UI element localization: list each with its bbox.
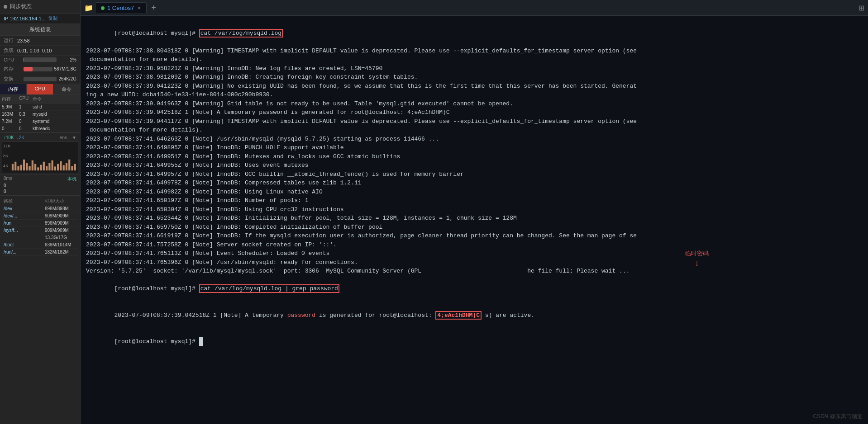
term-line-11: documentation for more details). [86,126,863,135]
section-title: 系统信息 [0,24,80,36]
term-prompt-3: [root@localhost mysql]# [114,338,199,345]
term-line-21: 2023-07-09T08:37:41.652344Z 0 [Note] Inn… [86,214,863,223]
network-row: ↑10K ↓2K ens... ▼ [4,135,76,141]
svg-rect-11 [34,164,36,171]
svg-rect-9 [29,166,30,170]
disk-path-6: /boot [4,242,45,247]
annotation-arrow-icon: ↓ [695,258,700,270]
ip-value: IP 192.168.154.1... [4,16,46,21]
tab-grid-icon[interactable]: ⊞ [858,4,864,12]
term-line-4: 2023-07-09T08:37:38.958221Z 0 [Warning] … [86,64,863,73]
ip-row: IP 192.168.154.1... 复制 [0,14,80,24]
svg-rect-25 [74,164,76,171]
term-line-10: 2023-07-09T08:37:39.044117Z 0 [Warning] … [86,117,863,126]
annotation-group: 临时密码 ↓ [685,249,709,270]
svg-rect-15 [46,166,48,170]
main-panel: 📁 1 Centos7 × + ⊞ [root@localhost mysql]… [81,0,868,424]
sidebar: 同步状态 IP 192.168.154.1... 复制 系统信息 运行 23:5… [0,0,81,424]
cpu-bar-row: CPU 2% [0,56,80,64]
net-up-icon: ↑10K [4,135,14,140]
tab-command[interactable]: 命令 [53,84,80,94]
disk-header: 路径 可用/大小 [2,198,78,205]
term-line-8: 2023-07-09T08:37:39.041963Z 0 [Warning] … [86,99,863,108]
proc-name-1: sshd [33,104,78,109]
svg-rect-14 [43,162,45,170]
copy-button[interactable]: 复制 [48,15,57,22]
disk-col-avail-header: 可用/大小 [45,198,76,204]
net-interface-label: ens... ▼ [60,135,76,140]
disk-avail-4: 909M/909M [45,228,76,233]
latency-row-1: 0 [4,183,76,188]
tab-cpu[interactable]: CPU [27,84,53,94]
disk-row-7: /run/... 182M/182M [2,249,78,256]
mem-progress-bar [24,67,52,71]
tab-memory[interactable]: 内存 [0,84,27,94]
disk-avail-7: 182M/182M [45,250,76,254]
swap-value: 264K/2G [58,76,76,81]
terminal-tab-1[interactable]: 1 Centos7 × [95,2,147,13]
cpu-label: CPU [4,57,22,62]
disk-avail-5: 13.3G/17G [45,235,76,240]
terminal-output[interactable]: [root@localhost mysql]# cat /var/log/mys… [81,16,868,358]
proc-cpu-2: 0.3 [19,112,33,117]
svg-rect-23 [68,160,70,170]
cpu-percent: 2% [58,57,76,62]
term-line-12: 2023-07-09T08:37:41.646263Z 0 [Note] /us… [86,135,863,144]
uptime-value: 23:58 [17,38,30,43]
term-line-30: [root@localhost mysql]# [86,329,863,355]
password-word-highlight: password [287,312,315,319]
svg-rect-21 [63,165,65,170]
annotation-area: 2023-07-09T08:37:41.765396Z 0 [Note] /us… [86,258,863,276]
disk-row-5: 13.3G/17G [2,234,78,241]
tab-close-button[interactable]: × [138,5,141,11]
term-prompt-2: [root@localhost mysql]# [114,285,199,292]
swap-label: 交换 [4,75,22,82]
latency-row-2: 0 [4,188,76,194]
disk-row-2: /dev/... 909M/909M [2,212,78,220]
network-section: ↑10K ↓2K ens... ▼ [0,132,80,141]
term-line-23: 2023-07-09T08:37:41.661919Z 0 [Note] Inn… [86,231,863,240]
proc-cpu-3: 0 [19,119,33,124]
svg-rect-19 [57,164,59,171]
svg-rect-20 [60,161,62,170]
swap-bar-row: 交换 264K/2G [0,74,80,84]
load-row: 负载 0.01, 0.03, 0.10 [0,46,80,56]
disk-avail-2: 909M/909M [45,213,76,218]
latency-section: 0ms 本机 0 0 [0,174,80,195]
process-row: 5.9M 1 sshd [0,104,80,111]
disk-path-2: /dev/... [4,213,45,218]
latency-header-row: 0ms 本机 [4,175,76,183]
svg-rect-16 [48,163,50,171]
disk-path-4: /sys/f... [4,228,45,233]
tab-dot [101,6,105,10]
disk-path-1: /dev [4,206,45,211]
folder-icon: 📁 [84,4,93,12]
term-line-25: 2023-07-09T08:37:41.765113Z 0 [Note] Eve… [86,249,863,258]
svg-rect-3 [12,164,14,171]
term-line-18: 2023-07-09T08:37:41.649982Z 0 [Note] Inn… [86,188,863,197]
term-line-13: 2023-07-09T08:37:41.649895Z 0 [Note] Inn… [86,143,863,152]
load-value: 0.01, 0.03, 0.10 [17,48,52,53]
svg-rect-7 [23,160,25,170]
term-line-2: 2023-07-09T08:37:38.804318Z 0 [Warning] … [86,47,863,56]
proc-mem-1: 5.9M [2,104,19,109]
term-line-29: 2023-07-09T08:37:39.042518Z 1 [Note] A t… [86,302,863,329]
process-row: 7.2M 0 systemd [0,118,80,125]
proc-header-name: 命令 [33,96,78,102]
process-table: 内存 CPU 命令 5.9M 1 sshd 163M 0.3 mysqld 7.… [0,95,80,132]
disk-avail-6: 838M/1014M [45,242,76,247]
disk-row-6: /boot 838M/1014M [2,241,78,249]
process-header: 内存 CPU 命令 [0,95,80,104]
term-prompt-1: [root@localhost mysql]# [114,30,199,37]
term-line-6: 2023-07-09T08:37:39.041223Z 0 [Warning] … [86,82,863,91]
term-line-26: 2023-07-09T08:37:41.765396Z 0 [Note] /us… [86,258,863,267]
proc-cpu-4: 0 [19,126,33,131]
disk-row-3: /run 896M/909M [2,220,78,227]
term-line-1: [root@localhost mysql]# cat /var/log/mys… [86,20,863,47]
mem-bar-row: 内存 587M/1.8G [0,64,80,74]
annotation-label: 临时密码 [685,249,709,258]
swap-progress-bar [24,77,57,81]
mem-label: 内存 [4,66,22,72]
disk-avail-1: 898M/898M [45,206,76,211]
tab-add-button[interactable]: + [148,3,159,13]
